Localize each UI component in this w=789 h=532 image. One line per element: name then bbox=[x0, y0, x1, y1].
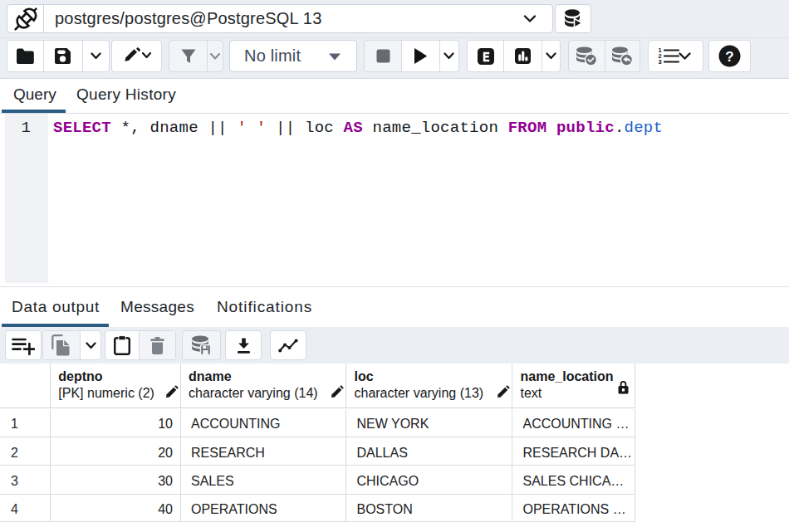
svg-text:3: 3 bbox=[659, 58, 662, 66]
svg-text:?: ? bbox=[725, 49, 733, 65]
